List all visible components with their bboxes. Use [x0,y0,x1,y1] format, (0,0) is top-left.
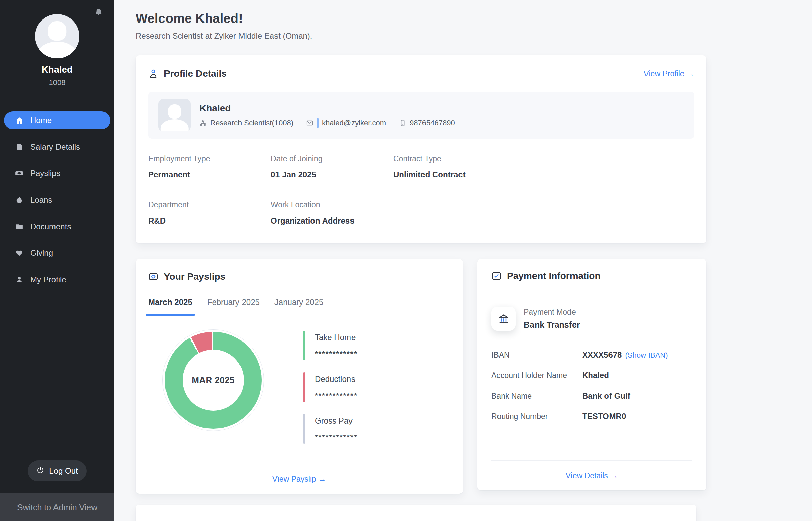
employee-email-text: khaled@zylker.com [322,119,386,128]
home-icon [15,116,24,125]
text-caret [317,118,319,128]
field-department: Department R&D [148,200,271,226]
view-profile-link[interactable]: View Profile → [644,69,694,78]
switch-admin-view-label: Switch to Admin View [17,502,97,512]
page-title: Welcome Khaled! [135,12,812,26]
sidebar-item-salary-details[interactable]: Salary Details [4,138,110,156]
document-icon [15,142,24,151]
legend-deductions: Deductions ************ [303,372,357,402]
arrow-right-icon: → [318,475,326,483]
arrow-right-icon: → [610,471,618,480]
employee-banner: Khaled Research Scientist(1008) khaled@ [148,92,694,139]
tab-january-2025[interactable]: January 2025 [275,297,323,315]
person-icon [15,275,24,284]
profile-details-title: Profile Details [164,68,227,79]
masked-value: ************ [315,391,357,400]
show-iban-link[interactable]: (Show IBAN) [625,351,668,360]
row-iban: IBAN XXXX5678 (Show IBAN) [491,350,692,360]
employee-email: khaled@zylker.com [306,118,386,128]
legend-take-home: Take Home ************ [303,331,357,360]
employee-avatar [158,99,191,131]
sidebar-item-loans[interactable]: Loans [4,191,110,209]
sidebar-nav: Home Salary Details Payslips Loans Docum… [0,111,114,289]
payment-mode: Payment Mode Bank Transfer [491,307,692,331]
field-work-location: Work Location Organization Address [271,200,393,226]
row-account-holder-name: Account Holder Name Khaled [491,371,692,380]
page-subtitle: Research Scientist at Zylker Middle East… [135,31,812,41]
logout-button[interactable]: Log Out [27,460,87,481]
sidebar-item-label: Salary Details [30,142,80,152]
tab-march-2025[interactable]: March 2025 [148,297,192,315]
sidebar-item-label: My Profile [30,275,66,285]
avatar [35,14,80,59]
org-chart-icon [199,119,207,127]
sidebar: Khaled 1008 Home Salary Details Payslips… [0,0,114,521]
sidebar-item-label: Payslips [30,169,60,178]
employee-phone-text: 98765467890 [410,119,455,128]
mail-icon [306,119,313,127]
payslips-icon [148,272,158,282]
money-bag-icon [15,196,24,204]
next-card-partial [135,504,696,521]
heart-icon [15,249,24,257]
payslips-card: Your Payslips March 2025 February 2025 J… [135,259,463,494]
bank-icon [491,307,515,331]
payment-mode-value: Bank Transfer [524,320,580,330]
sidebar-item-home[interactable]: Home [4,111,110,130]
sidebar-user-name: Khaled [42,65,73,75]
view-profile-label: View Profile [644,69,684,78]
profile-details-icon [148,69,158,78]
logout-label: Log Out [49,466,78,476]
legend-gross-pay: Gross Pay ************ [303,414,357,444]
profile-details-card: Profile Details View Profile → Khaled Re… [135,55,706,243]
employee-role-text: Research Scientist(1008) [210,119,293,128]
mobile-phone-icon [399,119,406,127]
folder-icon [15,222,24,231]
masked-value: ************ [315,349,357,358]
arrow-right-icon: → [686,69,694,78]
field-contract-type: Contract Type Unlimited Contract [393,154,515,180]
profile-fields: Employment Type Permanent Date of Joinin… [148,154,694,226]
sidebar-item-giving[interactable]: Giving [4,244,110,262]
field-date-of-joining: Date of Joining 01 Jan 2025 [271,154,393,180]
masked-value: ************ [315,433,357,442]
field-employment-type: Employment Type Permanent [148,154,271,180]
sidebar-item-label: Loans [30,195,52,205]
payslip-month-tabs: March 2025 February 2025 January 2025 [148,297,450,315]
main-content: Welcome Khaled! Research Scientist at Zy… [114,0,812,521]
sidebar-item-label: Home [30,116,52,125]
payslip-chart: MAR 2025 Take Home ************ [148,330,450,444]
donut-chart: MAR 2025 [162,330,264,431]
view-details-link[interactable]: View Details → [566,471,618,480]
chart-legend: Take Home ************ Deductions ******… [303,330,357,444]
employee-phone: 98765467890 [399,119,455,128]
payment-information-title: Payment Information [507,271,600,281]
sidebar-item-label: Giving [30,248,53,258]
employee-name: Khaled [199,103,455,114]
switch-admin-view-button[interactable]: Switch to Admin View [0,494,114,521]
payment-information-icon [491,271,502,281]
sidebar-user-id: 1008 [49,78,66,87]
sidebar-item-label: Documents [30,222,71,231]
row-routing-number: Routing Number TESTOMR0 [491,412,692,421]
view-details-label: View Details [566,471,608,480]
payment-mode-label: Payment Mode [524,308,580,317]
sidebar-item-documents[interactable]: Documents [4,218,110,235]
row-bank-name: Bank Name Bank of Gulf [491,391,692,401]
employee-role: Research Scientist(1008) [199,119,293,128]
payment-rows: IBAN XXXX5678 (Show IBAN) Account Holder… [491,350,692,421]
banknote-icon [15,169,24,178]
tab-february-2025[interactable]: February 2025 [207,297,260,315]
payslips-title: Your Payslips [164,271,225,282]
power-icon [36,466,44,476]
sidebar-item-my-profile[interactable]: My Profile [4,271,110,289]
payment-information-card: Payment Information Payment Mode Bank Tr… [477,259,706,491]
view-payslip-link[interactable]: View Payslip → [272,475,326,484]
view-payslip-label: View Payslip [272,475,316,483]
donut-center-label: MAR 2025 [192,375,235,386]
sidebar-item-payslips[interactable]: Payslips [4,164,110,182]
notification-bell-icon[interactable] [94,8,103,17]
